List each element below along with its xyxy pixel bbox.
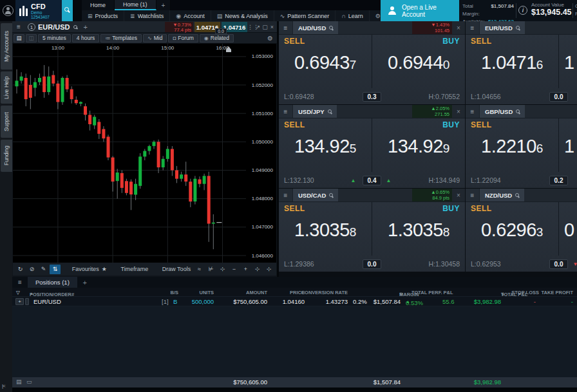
tab-home[interactable]: Home [82,0,115,10]
col-units[interactable]: UNITS [200,290,214,295]
forum-button[interactable]: ◘Forum [168,34,198,42]
zoom-in-button[interactable]: + [240,265,251,274]
info-icon[interactable]: i [518,6,527,15]
buy-price-button[interactable]: 1 [564,136,574,157]
crosshair-button[interactable]: ⊹ [252,265,263,274]
sidebar-collapse-icon[interactable]: |< [2,383,5,389]
position-stop-loss[interactable]: - [534,298,536,305]
tile-menu-icon[interactable]: ≡ [279,189,293,201]
sell-price-button[interactable]: 134.925 [279,136,372,157]
total-pl: $3,982.98 [474,378,501,386]
related-button[interactable]: ◉Related [200,34,234,42]
pattern-toggle-button[interactable]: ⇅ [50,265,61,274]
menu-pattern-scanner[interactable]: ∿Pattern Scanner [274,10,336,21]
undo-button[interactable]: ↻ [15,265,26,274]
menu-watchlists[interactable]: ≣Watchlists [124,10,170,21]
add-positions-tab-button[interactable]: + [77,277,93,288]
menu-products[interactable]: ⊞Products [82,10,124,21]
draw-tools-button[interactable]: Draw Tools [160,265,193,274]
sidebar-item-live-help[interactable]: Live Help [1,71,12,104]
chart-canvas[interactable]: 1.0530001.0520001.0510001.0500001.049000… [13,44,276,263]
tile-menu-icon[interactable]: ≡ [279,105,293,118]
templates-button[interactable]: ≔Templates [100,34,142,42]
expand-row-button[interactable]: + [15,298,24,305]
expand-icon[interactable]: ↗ [254,24,261,30]
tile-menu-icon[interactable]: ≡ [466,21,480,34]
layout-button[interactable]: ◫ [26,34,37,42]
buy-label: BUY [442,204,460,213]
drag-dots-icon[interactable]: ⋮⋮ [247,24,254,30]
chart-menu-icon[interactable]: ≡ [12,23,25,30]
chart-settings-gear-icon[interactable]: ⚙ [267,35,276,42]
search-button[interactable] [62,0,73,21]
tile-menu-icon[interactable]: ≡ [466,105,480,118]
tile-symbol[interactable]: GBP/USD [480,105,525,118]
tile-change: ▼1.43%101.45 [412,21,452,34]
filter-icon[interactable]: ▽ [16,290,20,295]
tile-menu-icon[interactable]: ≡ [279,21,293,34]
symbol-search-icon[interactable] [73,25,77,29]
tile-symbol[interactable]: USD/JPY [293,105,337,118]
tab-positions[interactable]: Positions (1) [28,277,77,288]
timeframe-5min-button[interactable]: 5 minutes [38,34,71,42]
tab-home-1[interactable]: Home (1) [115,0,156,10]
tile-symbol[interactable]: EUR/USD [480,21,525,34]
sidebar-item-support[interactable]: Support [1,106,12,138]
open-live-account-button[interactable]: + Open a LiveAccount [381,0,459,21]
timeframe-button[interactable]: Timeframe [118,265,151,274]
buy-price-button[interactable]: 0 [564,219,574,241]
draw-pencil-button[interactable]: ✎ [38,265,49,274]
trading-platform-window: CFD Demo 12543407 Home Home (1) + ⊞Produ… [0,0,577,392]
zoom-out-button[interactable]: − [229,265,240,274]
col-amount[interactable]: AMOUNT [246,290,267,295]
position-row-eurusd[interactable]: + EUR/USD [1] B 500,000 $750,605.00 1.04… [12,297,577,306]
close-icon[interactable]: × [452,189,465,201]
col-total-perf[interactable]: TOTAL PERF. P&L [411,290,453,295]
crosshair-alt-button[interactable]: ⊹ [263,265,274,274]
sell-price-button[interactable]: 0.62963 [466,219,558,241]
col-take-profit[interactable]: TAKE PROFIT [542,290,573,295]
close-icon[interactable]: × [452,21,465,34]
sidebar-item-funding[interactable]: Funding [1,140,12,172]
svg-text:15:00: 15:00 [161,45,175,51]
tile-symbol[interactable]: AUD/USD [293,21,338,34]
menu-learn[interactable]: ∩Learn [336,10,370,21]
candle-line-icon-button[interactable]: ⊬ [205,265,216,274]
mid-price-button[interactable]: ∿Mid [143,34,167,42]
tile-symbol[interactable]: USD/CAD [293,189,338,201]
day-low: L:0.62953 [471,260,501,268]
sell-price-button[interactable]: 1.30358 [279,219,372,241]
add-instrument-tab-button[interactable]: + [84,23,88,31]
sell-price-button[interactable]: 1.22106 [466,136,558,157]
popout-icon[interactable]: ▢ [261,24,269,30]
buy-price-button[interactable]: 134.929 [372,136,465,157]
close-icon[interactable]: × [452,105,465,118]
document-icon[interactable]: ▤ [16,378,22,385]
no-entry-button[interactable]: ⊘ [26,265,37,274]
user-avatar-icon[interactable] [3,5,14,16]
col-conversion[interactable]: CONVERSION RATE [301,290,348,295]
export-icon[interactable]: ▭ [26,378,32,385]
news-feed-button[interactable]: ▤ [14,34,24,42]
col-stop-loss[interactable]: STOP LOSS [511,290,539,295]
positions-menu-icon[interactable]: ≡ [12,277,28,288]
sell-price-button[interactable]: 0.69437 [279,52,372,73]
buy-price-button[interactable]: 0.69440 [372,52,465,73]
menu-news-analysis[interactable]: ▤News & Analysis [211,10,274,21]
favourites-button[interactable]: Favourites★ [70,265,109,274]
row-handle[interactable] [25,298,29,305]
tile-symbol[interactable]: NZD/USD [480,189,524,201]
new-workspace-tab-button[interactable]: + [156,0,171,10]
sidebar-item-my-accounts[interactable]: My Accounts [1,23,12,70]
col-bs[interactable]: B/S [170,290,178,295]
buy-price-button[interactable]: 1 [564,52,574,73]
position-take-profit[interactable]: - [571,298,573,305]
timeframe-4h-button[interactable]: 4 hours [72,34,99,42]
close-icon[interactable]: × [269,24,276,30]
tile-menu-icon[interactable]: ≡ [466,189,480,201]
sell-price-button[interactable]: 1.04716 [466,52,558,73]
pattern-scan-icon-button[interactable]: ≈ [194,265,205,274]
pan-button[interactable]: ⊹ [217,265,228,274]
buy-price-button[interactable]: 1.30358 [372,219,465,241]
menu-account[interactable]: ◉Account [170,10,211,21]
